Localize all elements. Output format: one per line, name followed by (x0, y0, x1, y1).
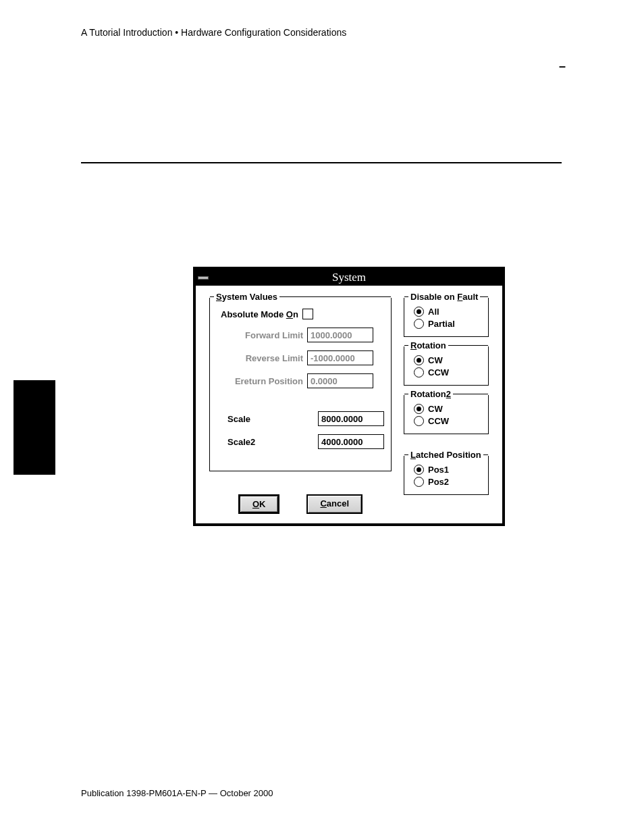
page-dash: – (559, 59, 566, 74)
absolute-mode-row: Absolute Mode On (221, 309, 384, 319)
page-header: A Tutorial Introduction • Hardware Confi… (81, 27, 346, 38)
titlebar: System (196, 269, 502, 286)
rotation-cw-radio[interactable]: CW (414, 355, 484, 365)
latched-position-group: Latched Position Pos1 Pos2 (404, 456, 489, 495)
latched-position-legend: Latched Position (408, 450, 483, 460)
reverse-limit-input[interactable] (307, 350, 373, 365)
rotation-ccw-radio[interactable]: CCW (414, 367, 484, 377)
latched-pos2-radio[interactable]: Pos2 (414, 477, 484, 487)
forward-limit-label: Forward Limit (217, 330, 307, 340)
disable-on-fault-legend: Disable on Fault (408, 292, 480, 302)
absolute-mode-label: Absolute Mode On (221, 309, 298, 319)
fault-partial-radio[interactable]: Partial (414, 319, 484, 329)
system-menu-icon[interactable] (196, 270, 211, 285)
scale2-label: Scale2 (217, 437, 318, 447)
system-dialog: System System Values Absolute Mode On Fo… (193, 267, 505, 526)
reverse-limit-label: Reverse Limit (217, 353, 307, 363)
cancel-button[interactable]: Cancel (306, 494, 363, 514)
fault-all-radio[interactable]: All (414, 307, 484, 317)
system-values-legend: System Values (214, 292, 279, 302)
absolute-mode-checkbox[interactable] (302, 309, 313, 319)
system-values-group: System Values Absolute Mode On Forward L… (209, 298, 392, 471)
horizontal-rule (81, 162, 562, 163)
rotation-group: Rotation CW CCW (404, 346, 489, 386)
rotation2-group: Rotation2 CW CCW (404, 395, 489, 434)
rotation-legend: Rotation (408, 340, 448, 350)
rotation2-ccw-radio[interactable]: CCW (414, 416, 484, 426)
rotation2-legend: Rotation2 (408, 389, 453, 399)
scale2-input[interactable] (318, 434, 384, 449)
ereturn-position-label: Ereturn Position (217, 376, 307, 386)
latched-pos1-radio[interactable]: Pos1 (414, 465, 484, 475)
scale-input[interactable] (318, 411, 384, 426)
dialog-title: System (211, 271, 502, 284)
rotation2-cw-radio[interactable]: CW (414, 404, 484, 414)
page-footer: Publication 1398-PM601A-EN-P — October 2… (81, 788, 273, 798)
ok-button[interactable]: OK (238, 494, 280, 514)
disable-on-fault-group: Disable on Fault All Partial (404, 298, 489, 337)
ereturn-position-input[interactable] (307, 373, 373, 388)
scale-label: Scale (217, 414, 318, 424)
forward-limit-input[interactable] (307, 328, 373, 342)
side-tab (14, 380, 55, 475)
